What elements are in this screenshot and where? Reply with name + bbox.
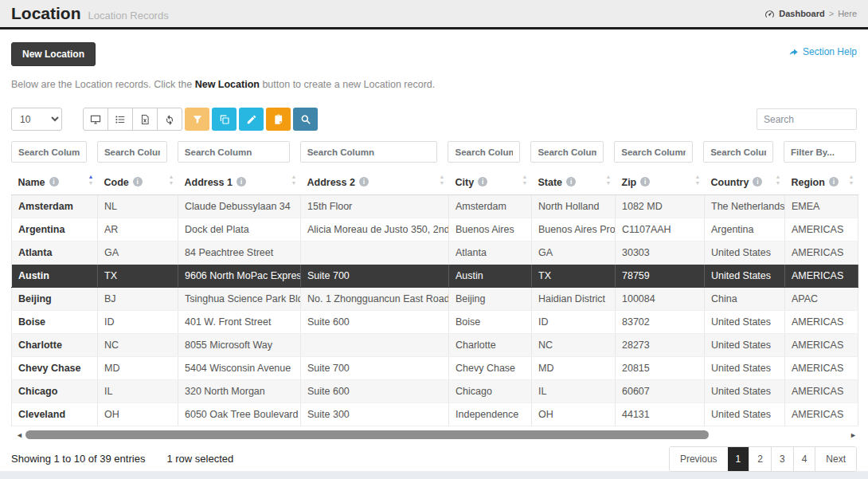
table-cell[interactable]: IL xyxy=(98,379,178,402)
table-cell[interactable]: United States xyxy=(705,333,785,356)
page-button-1[interactable]: 1 xyxy=(728,447,749,471)
table-cell[interactable]: AMERICAS xyxy=(785,264,858,287)
search-column-input-city[interactable] xyxy=(448,141,520,163)
table-cell[interactable]: United States xyxy=(705,379,785,402)
section-help-link[interactable]: Section Help xyxy=(788,46,857,57)
table-cell[interactable]: Suite 700 xyxy=(301,264,449,287)
table-cell[interactable]: Austin xyxy=(12,264,98,287)
table-row[interactable]: Chevy ChaseMD5404 Wisconsin AvenueSuite … xyxy=(12,356,858,379)
search-column-input-zip[interactable] xyxy=(614,141,693,163)
column-header-address-1[interactable]: Address 1 xyxy=(178,171,301,194)
table-cell[interactable]: Tsinghua Science Park Bldg 6 xyxy=(178,287,301,310)
global-search-input[interactable] xyxy=(757,108,857,130)
table-cell[interactable]: Atlanta xyxy=(449,241,532,264)
page-button-2[interactable]: 2 xyxy=(749,447,771,471)
search-column-input-code[interactable] xyxy=(97,141,167,163)
page-button-3[interactable]: 3 xyxy=(771,447,793,471)
table-cell[interactable]: 84 Peachtree Street xyxy=(178,241,301,264)
display-columns-button[interactable] xyxy=(83,108,108,131)
previous-page-button[interactable]: Previous xyxy=(670,447,728,471)
table-cell[interactable]: 83702 xyxy=(616,310,705,333)
table-cell[interactable]: EMEA xyxy=(785,194,858,218)
list-view-button[interactable] xyxy=(108,108,133,131)
table-cell[interactable]: MD xyxy=(532,356,616,379)
table-cell[interactable]: ID xyxy=(532,310,616,333)
table-cell[interactable]: Alicia Moreau de Justo 350, 2nd Floor xyxy=(301,218,449,241)
table-cell[interactable]: OH xyxy=(98,402,178,426)
table-cell[interactable]: AMERICAS xyxy=(785,379,858,402)
filter-button[interactable] xyxy=(185,108,209,131)
table-cell[interactable]: United States xyxy=(705,356,785,379)
table-cell[interactable] xyxy=(301,241,449,264)
table-cell[interactable]: OH xyxy=(532,402,616,426)
table-cell[interactable] xyxy=(301,333,449,356)
table-cell[interactable]: 60607 xyxy=(616,379,705,402)
column-header-zip[interactable]: Zip xyxy=(616,171,705,194)
table-cell[interactable]: United States xyxy=(705,264,785,287)
search-column-input-country[interactable] xyxy=(703,141,773,163)
table-cell[interactable]: Amsterdam xyxy=(449,194,532,218)
table-cell[interactable]: No. 1 Zhongguancun East Road xyxy=(301,287,449,310)
table-cell[interactable]: AMERICAS xyxy=(785,310,858,333)
table-cell[interactable]: 78759 xyxy=(616,264,705,287)
table-cell[interactable]: APAC xyxy=(785,287,858,310)
table-cell[interactable]: Buenos Aires Province xyxy=(532,218,616,241)
table-cell[interactable]: United States xyxy=(705,402,785,426)
table-cell[interactable]: IL xyxy=(532,379,616,402)
table-cell[interactable]: The Netherlands xyxy=(705,194,785,218)
table-cell[interactable]: 20815 xyxy=(616,356,705,379)
table-cell[interactable]: Amsterdam xyxy=(12,194,98,218)
table-row[interactable]: AustinTX9606 North MoPac ExpresswaySuite… xyxy=(12,264,858,287)
column-header-name[interactable]: Name xyxy=(12,171,98,194)
table-row[interactable]: BoiseID401 W. Front StreetSuite 600Boise… xyxy=(12,310,858,333)
refresh-button[interactable] xyxy=(157,108,182,131)
edit-button[interactable] xyxy=(239,108,264,131)
table-cell[interactable]: 15th Floor xyxy=(301,194,449,218)
scrollbar-thumb[interactable] xyxy=(25,430,709,439)
table-cell[interactable]: 5404 Wisconsin Avenue xyxy=(178,356,301,379)
paste-button[interactable] xyxy=(266,108,291,131)
table-cell[interactable]: 44131 xyxy=(616,402,705,426)
table-cell[interactable]: 1082 MD xyxy=(616,194,705,218)
table-cell[interactable]: 6050 Oak Tree Boulevard xyxy=(178,402,301,426)
search-column-input-address-2[interactable] xyxy=(300,141,438,163)
search-column-input-address-1[interactable] xyxy=(178,141,290,163)
table-cell[interactable]: Haidian District xyxy=(532,287,616,310)
table-cell[interactable]: Cleveland xyxy=(12,402,98,426)
table-row[interactable]: BeijingBJTsinghua Science Park Bldg 6No.… xyxy=(12,287,858,310)
table-cell[interactable]: 100084 xyxy=(616,287,705,310)
table-cell[interactable]: Buenos Aires xyxy=(449,218,532,241)
column-header-country[interactable]: Country xyxy=(705,171,785,194)
table-cell[interactable]: Suite 600 xyxy=(301,310,449,333)
table-cell[interactable]: NL xyxy=(98,194,178,218)
table-row[interactable]: ChicagoIL320 North MorganSuite 600Chicag… xyxy=(12,379,858,402)
table-cell[interactable]: Beijing xyxy=(12,287,98,310)
table-cell[interactable]: Chevy Chase xyxy=(449,356,532,379)
table-cell[interactable]: Argentina xyxy=(705,218,785,241)
table-cell[interactable]: BJ xyxy=(98,287,178,310)
column-header-city[interactable]: City xyxy=(449,171,532,194)
table-row[interactable]: AtlantaGA84 Peachtree StreetAtlantaGA303… xyxy=(12,241,858,264)
next-page-button[interactable]: Next xyxy=(815,447,856,471)
table-cell[interactable]: Atlanta xyxy=(12,241,98,264)
column-header-region[interactable]: Region xyxy=(785,171,858,194)
table-cell[interactable]: 8055 Microsoft Way xyxy=(178,333,301,356)
table-cell[interactable]: United States xyxy=(705,310,785,333)
table-cell[interactable]: AMERICAS xyxy=(785,356,858,379)
excel-export-button[interactable] xyxy=(132,108,158,131)
table-cell[interactable]: 9606 North MoPac Expressway xyxy=(178,264,301,287)
table-cell[interactable]: Argentina xyxy=(12,218,98,241)
table-cell[interactable]: Charlotte xyxy=(12,333,98,356)
table-cell[interactable]: AMERICAS xyxy=(785,333,858,356)
page-size-select[interactable]: 10 xyxy=(11,108,62,131)
table-cell[interactable]: Boise xyxy=(449,310,532,333)
table-cell[interactable]: AR xyxy=(98,218,178,241)
table-cell[interactable]: Chevy Chase xyxy=(12,356,98,379)
table-cell[interactable]: Suite 300 xyxy=(301,402,449,426)
table-cell[interactable]: China xyxy=(705,287,785,310)
column-header-address-2[interactable]: Address 2 xyxy=(301,171,449,194)
table-row[interactable]: CharlotteNC8055 Microsoft WayCharlotteNC… xyxy=(12,333,858,356)
scroll-right-arrow-icon[interactable] xyxy=(850,431,857,439)
page-button-4[interactable]: 4 xyxy=(793,447,815,471)
new-location-button[interactable]: New Location xyxy=(11,42,96,66)
